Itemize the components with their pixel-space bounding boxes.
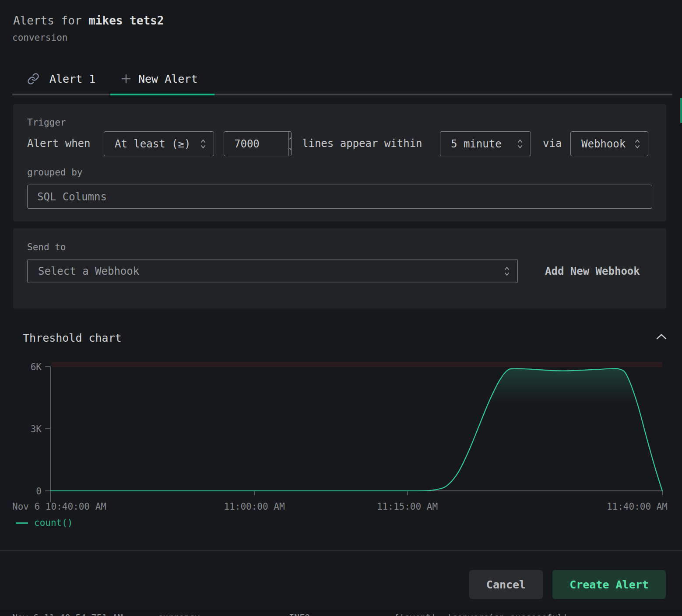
threshold-chart: 03K6KNov 6 10:40:00 AM11:00:00 AM11:15:0… (0, 354, 682, 510)
time-window-select[interactable]: 5 minute (440, 131, 531, 156)
comparator-value: At least (≥) (115, 138, 190, 150)
plus-icon (121, 74, 131, 84)
channel-value: Webhook (581, 138, 626, 150)
grouped-by-label: grouped by (27, 167, 82, 178)
trigger-card: Trigger Alert when At least (≥) lines ap (13, 104, 666, 221)
spinner-down-icon[interactable] (289, 144, 292, 156)
chevron-updown-icon (517, 138, 524, 150)
page-title-source-name: mikes tets2 (88, 14, 164, 27)
alert-when-text: Alert when (27, 131, 91, 156)
background-log-row: Nov 6 11:40:54.751 AM currency INFO {'ev… (0, 610, 682, 616)
background-accent-sliver (680, 98, 682, 123)
webhook-select[interactable]: Select a Webhook (27, 259, 518, 283)
cancel-button[interactable]: Cancel (469, 570, 543, 599)
trigger-label: Trigger (27, 117, 66, 128)
chart-legend: count() (16, 518, 73, 528)
create-alert-button[interactable]: Create Alert (552, 570, 666, 599)
webhook-select-placeholder: Select a Webhook (38, 265, 139, 277)
tab-new-alert[interactable]: New Alert (121, 69, 197, 88)
lines-appear-text: lines appear within (302, 131, 422, 156)
log-service: currency (158, 611, 200, 616)
threshold-chart-title: Threshold chart (23, 332, 122, 344)
log-message: {'event': 'conversion successful' (394, 611, 568, 616)
tab-alert-1[interactable]: Alert 1 (27, 69, 95, 88)
link-icon (27, 73, 39, 85)
page-title: Alerts for mikes tets2 (13, 14, 164, 27)
chevron-up-icon[interactable] (655, 332, 668, 341)
legend-line-swatch (16, 522, 28, 524)
svg-text:0: 0 (36, 486, 42, 497)
svg-text:11:15:00 AM: 11:15:00 AM (377, 501, 438, 510)
time-window-value: 5 minute (451, 138, 502, 150)
chevron-updown-icon (200, 138, 207, 150)
threshold-input[interactable] (224, 132, 288, 156)
add-new-webhook-button[interactable]: Add New Webhook (545, 259, 640, 283)
footer-divider (0, 550, 682, 551)
threshold-input-group (224, 131, 292, 156)
channel-select[interactable]: Webhook (570, 131, 648, 156)
page-title-prefix: Alerts for (13, 14, 88, 27)
svg-text:Nov 6 10:40:00 AM: Nov 6 10:40:00 AM (12, 501, 106, 510)
svg-text:11:40:00 AM: 11:40:00 AM (607, 501, 668, 510)
chevron-updown-icon (503, 266, 510, 277)
send-to-card: Send to Select a Webhook Add New Webhook (13, 228, 666, 308)
tab-new-alert-label: New Alert (138, 73, 197, 85)
chevron-updown-icon (634, 138, 641, 150)
svg-text:11:00:00 AM: 11:00:00 AM (224, 501, 285, 510)
send-to-label: Send to (27, 242, 66, 252)
page-subtitle: conversion (12, 32, 67, 43)
legend-label: count() (34, 518, 73, 528)
via-text: via (543, 131, 562, 156)
spinner-up-icon[interactable] (289, 132, 292, 144)
tabbar-active-indicator (110, 94, 214, 95)
grouped-by-input[interactable] (27, 185, 652, 209)
threshold-spinner (288, 132, 292, 156)
comparator-select[interactable]: At least (≥) (104, 131, 214, 156)
svg-text:3K: 3K (31, 424, 42, 434)
log-level: INFO (289, 611, 310, 616)
alert-drawer: Alerts for mikes tets2 conversion Alert … (0, 0, 682, 616)
tab-alert-1-label: Alert 1 (49, 73, 95, 85)
svg-text:6K: 6K (31, 362, 42, 372)
log-timestamp: Nov 6 11:40:54.751 AM (12, 611, 123, 616)
